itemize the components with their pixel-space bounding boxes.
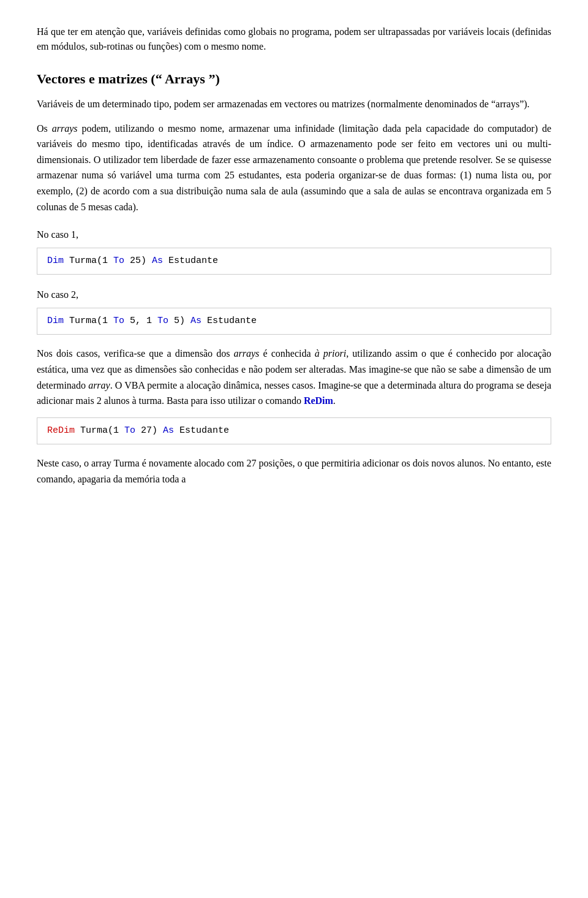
- to-keyword-3: To: [124, 425, 135, 436]
- dim-keyword-1: Dim: [47, 256, 64, 266]
- redim-link[interactable]: ReDim: [304, 395, 333, 406]
- arrays-description-text: podem, utilizando o mesmo nome, armazena…: [37, 123, 551, 212]
- as-keyword-2: As: [190, 316, 202, 326]
- to-keyword-1: To: [113, 256, 124, 266]
- final-paragraph: Neste caso, o array Turma é novamente al…: [37, 455, 551, 487]
- apriori-italic: à priori: [315, 348, 347, 359]
- as-keyword-1: As: [152, 256, 163, 266]
- os-text: Os: [37, 123, 52, 134]
- case1-code-block: Dim Turma(1 To 25) As Estudante: [37, 248, 551, 275]
- case2-code-text4: Estudante: [202, 316, 257, 326]
- paragraph3-period: .: [333, 395, 336, 406]
- arrays-intro-paragraph: Variáveis de um determinado tipo, podem …: [37, 96, 551, 112]
- dim-keyword-2: Dim: [47, 316, 64, 326]
- case1-code-text1: Turma(1: [64, 256, 113, 266]
- case2-code-text2: 5, 1: [124, 316, 157, 326]
- redim-code-block: ReDim Turma(1 To 27) As Estudante: [37, 417, 551, 445]
- case1-label: No caso 1,: [37, 227, 551, 243]
- redim-code-text3: Estudante: [174, 425, 229, 436]
- array-italic-3: array: [88, 380, 110, 390]
- case2-label: No caso 2,: [37, 287, 551, 303]
- arrays-italic: arrays: [52, 123, 78, 134]
- section-title: Vectores e matrizes (“ Arrays ”): [37, 69, 551, 89]
- paragraph3-end: . O VBA permite a alocação dinâmica, nes…: [37, 380, 551, 406]
- case1-code-text2: 25): [124, 256, 152, 266]
- intro-paragraph: Há que ter em atenção que, variáveis def…: [37, 25, 551, 54]
- to-keyword-2a: To: [113, 316, 124, 326]
- redim-code-text2: 27): [135, 425, 163, 436]
- arrays-intro-text: Variáveis de um determinado tipo, podem …: [37, 99, 530, 109]
- case1-code-text3: Estudante: [163, 256, 218, 266]
- to-keyword-2b: To: [157, 316, 168, 326]
- paragraph3-middle1: é conhecida: [259, 348, 314, 359]
- arrays-description-paragraph: Os arrays podem, utilizando o mesmo nome…: [37, 121, 551, 215]
- static-allocation-paragraph: Nos dois casos, verifica-se que a dimens…: [37, 346, 551, 408]
- paragraph3-before: Nos dois casos, verifica-se que a dimens…: [37, 348, 234, 359]
- arrays-italic-2: arrays: [234, 348, 260, 359]
- redim-code-text1: Turma(1: [75, 425, 124, 436]
- redim-keyword: ReDim: [47, 425, 75, 436]
- case2-code-block: Dim Turma(1 To 5, 1 To 5) As Estudante: [37, 308, 551, 335]
- as-keyword-3: As: [163, 425, 174, 436]
- case2-code-text1: Turma(1: [64, 316, 113, 326]
- case2-code-text3: 5): [168, 316, 190, 326]
